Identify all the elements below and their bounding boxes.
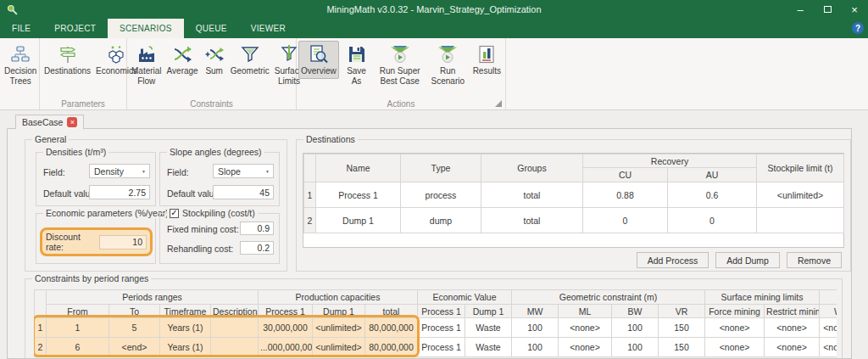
- cell-force-mining[interactable]: <none>: [705, 338, 765, 357]
- geometric-button[interactable]: Geometric: [228, 41, 272, 79]
- maximize-button[interactable]: [814, 0, 841, 19]
- cell-au[interactable]: 0: [668, 208, 757, 233]
- cell-process1-capacity[interactable]: 30,000,000: [259, 318, 313, 338]
- col-header-dump1-economic: Dump 1: [465, 305, 512, 318]
- discount-rate-highlight: Discount rate:: [40, 227, 153, 256]
- cell-type[interactable]: dump: [401, 208, 481, 233]
- cell-groups[interactable]: total: [481, 208, 583, 233]
- destinations-buttons: Add Process Add Dump Remove: [637, 252, 842, 268]
- save-as-label: Save As: [342, 66, 372, 86]
- discount-rate-input[interactable]: [99, 235, 147, 250]
- slope-field-select[interactable]: Slope ▼: [213, 164, 274, 178]
- destinations-table-wrap: Name Type Groups Recovery Stockpile limi…: [303, 153, 844, 248]
- rehandling-cost-input[interactable]: [240, 241, 274, 255]
- cell-mw[interactable]: 100: [512, 338, 559, 357]
- col-header-recovery: Recovery: [583, 154, 757, 168]
- group-expander-icon[interactable]: [495, 100, 502, 107]
- destinations-row-2: 2 Dump 1 dump total 0 0: [304, 208, 844, 233]
- menu-item-project[interactable]: PROJECT: [42, 19, 108, 38]
- constraints-table-wrap: Periods ranges Production capacities Eco…: [34, 289, 837, 359]
- group-header-production-capacities: Production capacities: [259, 290, 418, 305]
- minimize-button[interactable]: –: [787, 0, 814, 19]
- row-number[interactable]: 2: [304, 208, 316, 233]
- destinations-button[interactable]: Destinations: [42, 41, 93, 79]
- results-button[interactable]: Results: [470, 41, 504, 79]
- col-header-clipped: W: [820, 305, 837, 318]
- remove-button[interactable]: Remove: [787, 252, 842, 268]
- cell-cu[interactable]: 0.88: [583, 182, 668, 208]
- cell-au[interactable]: 0.6: [668, 182, 757, 208]
- cell-timeframe[interactable]: Years (1): [160, 338, 211, 357]
- cell-vr[interactable]: 150: [659, 338, 705, 357]
- cell-type[interactable]: process: [401, 182, 481, 208]
- cell-from[interactable]: 1: [47, 318, 109, 338]
- fixed-mining-cost-input[interactable]: [240, 222, 274, 235]
- menu-item-viewer[interactable]: VIEWER: [239, 19, 298, 38]
- cell-restrict-mining[interactable]: <none>: [765, 318, 820, 338]
- cell-restrict-mining[interactable]: <none>: [765, 338, 820, 357]
- cell-bw[interactable]: 100: [612, 338, 659, 357]
- cell-total[interactable]: 80,000,000: [365, 318, 418, 338]
- slope-default-input[interactable]: [213, 185, 274, 199]
- cell-force-mining[interactable]: <none>: [705, 318, 765, 338]
- densities-default-input[interactable]: [89, 185, 150, 199]
- cell-vr[interactable]: 150: [659, 318, 705, 338]
- help-icon[interactable]: ?: [852, 22, 864, 34]
- cell-cu[interactable]: 0: [583, 208, 668, 233]
- cell-total[interactable]: 80,000,000: [365, 338, 418, 357]
- geometric-label: Geometric: [231, 66, 270, 76]
- close-button[interactable]: ×: [841, 0, 868, 19]
- chevron-down-icon: ▼: [142, 169, 146, 174]
- cell-process1-economic[interactable]: Process 1: [418, 338, 465, 357]
- cell-stockpile-limit[interactable]: [757, 208, 844, 233]
- add-dump-button[interactable]: Add Dump: [715, 252, 780, 268]
- cell-timeframe[interactable]: Years (1): [160, 318, 211, 338]
- cell-groups[interactable]: total: [481, 182, 583, 208]
- cell-name[interactable]: Process 1: [316, 182, 401, 208]
- cell-process1-capacity[interactable]: ...000,000,000: [259, 338, 313, 357]
- cell-mw[interactable]: 100: [512, 318, 559, 338]
- row-number[interactable]: 1: [35, 318, 47, 338]
- cell-dump1-capacity[interactable]: <unlimited>: [313, 338, 365, 357]
- col-header-process1-economic: Process 1: [418, 305, 465, 318]
- row-number[interactable]: 1: [304, 182, 316, 208]
- cell-dump1-economic[interactable]: Waste: [465, 338, 512, 357]
- stockpiling-checkbox[interactable]: ✓: [170, 209, 179, 218]
- corner-header: [35, 290, 47, 318]
- decision-trees-label: Decision Trees: [4, 66, 36, 86]
- menu-item-file[interactable]: FILE: [0, 19, 42, 38]
- densities-field-select[interactable]: Density ▼: [89, 164, 150, 178]
- tab-basecase[interactable]: BaseCase ×: [15, 115, 84, 129]
- tab-close-button[interactable]: ×: [67, 117, 77, 127]
- cell-process1-economic[interactable]: Process 1: [418, 318, 465, 338]
- overview-button[interactable]: Overview: [298, 41, 339, 79]
- cell-dump1-capacity[interactable]: <unlimited>: [313, 318, 365, 338]
- save-as-button[interactable]: Save As: [339, 41, 375, 88]
- add-process-button[interactable]: Add Process: [637, 252, 709, 268]
- cell-from[interactable]: 6: [47, 338, 109, 357]
- cell-ml[interactable]: <none>: [559, 318, 612, 338]
- average-button[interactable]: Average: [164, 41, 201, 79]
- run-scenario-button[interactable]: Run Scenario: [426, 41, 470, 88]
- stockpiling-title: Stockpiling (cost/t): [182, 208, 255, 218]
- sum-button[interactable]: Sum: [201, 41, 228, 79]
- cell-to[interactable]: <end>: [109, 338, 160, 357]
- funnel-icon: [239, 43, 261, 65]
- run-super-best-case-button[interactable]: Run Super Best Case: [374, 41, 426, 88]
- material-flow-button[interactable]: Material Flow: [129, 41, 164, 88]
- cell-stockpile-limit[interactable]: <unlimited>: [757, 182, 844, 208]
- cell-dump1-economic[interactable]: Waste: [465, 318, 512, 338]
- cell-clipped[interactable]: <none>: [820, 338, 837, 357]
- cell-to[interactable]: 5: [109, 318, 160, 338]
- cell-ml[interactable]: <none>: [559, 338, 612, 357]
- row-number[interactable]: 2: [35, 338, 47, 357]
- sum-label: Sum: [205, 66, 223, 76]
- cell-description[interactable]: [211, 338, 259, 357]
- cell-clipped[interactable]: <none>: [820, 318, 837, 338]
- cell-bw[interactable]: 100: [612, 318, 659, 338]
- cell-description[interactable]: [211, 318, 259, 338]
- cell-name[interactable]: Dump 1: [316, 208, 401, 233]
- menu-item-scenarios[interactable]: SCENARIOS: [108, 19, 184, 38]
- menu-item-queue[interactable]: QUEUE: [184, 19, 239, 38]
- decision-trees-button[interactable]: Decision Trees: [2, 41, 39, 88]
